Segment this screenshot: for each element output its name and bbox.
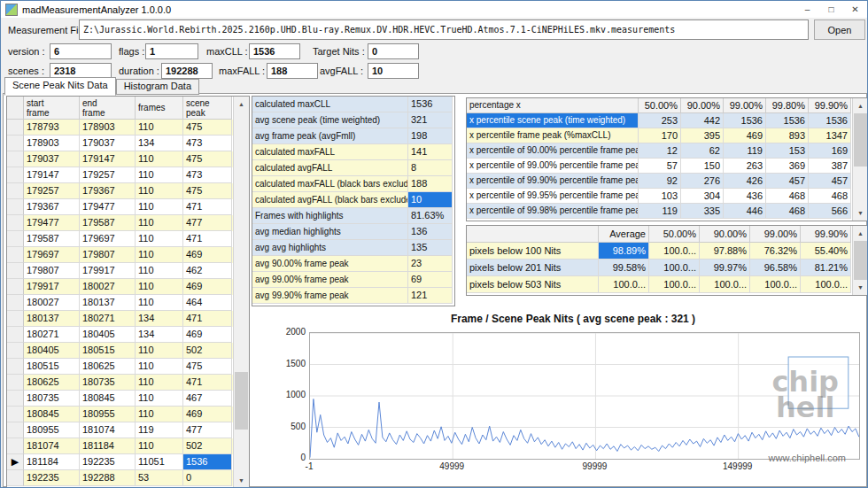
scene-table-row[interactable]: 180845180955110469 (7, 407, 249, 422)
scene-table-row[interactable]: 180955181074119477 (7, 422, 249, 438)
pixels-header-cell[interactable]: 50.00% (649, 226, 700, 243)
target-nits-field[interactable] (368, 43, 419, 59)
percentile-table-scrollbar[interactable]: ▲ ▼ (852, 98, 868, 221)
scene-scrollbar-thumb[interactable] (235, 372, 248, 430)
percentile-row[interactable]: x percentile of 99.00% percentile frame … (467, 159, 868, 174)
scene-table-row[interactable]: 179807179917110462 (7, 263, 249, 279)
scroll-down-icon[interactable]: ▼ (853, 205, 868, 221)
pixels-header-cell[interactable]: Average (599, 226, 649, 243)
percentile-header-cell[interactable]: 90.00% (681, 98, 724, 113)
stats-row[interactable]: avg 99.90% frame peak121 (252, 288, 454, 304)
scene-table-row[interactable]: 179037179147110475 (7, 151, 249, 167)
scene-table-row[interactable]: 180735180845110467 (7, 391, 249, 407)
percentile-scrollbar-thumb[interactable] (854, 113, 867, 167)
version-field[interactable] (50, 43, 112, 59)
maximize-button[interactable]: □ (819, 1, 843, 18)
measurement-file-input[interactable] (79, 19, 809, 40)
scene-cell: 110 (136, 391, 183, 407)
pixels-scrollbar-thumb[interactable] (854, 241, 867, 280)
percentile-header-cell[interactable]: 50.00% (639, 98, 681, 113)
percentile-row[interactable]: x percentile of 99.95% percentile frame … (467, 189, 868, 204)
tab-scene-peak-nits-data[interactable]: Scene Peak Nits Data (4, 77, 116, 96)
pixels-scrollbar-track[interactable] (853, 241, 868, 280)
stats-row[interactable]: avg 90.00% frame peak23 (252, 256, 454, 272)
pixels-header-cell[interactable] (467, 226, 599, 243)
scene-table-row[interactable]: 180515180625110475 (7, 359, 249, 375)
pixels-header-cell[interactable]: 99.00% (750, 226, 801, 243)
pixels-header-cell[interactable]: 90.00% (700, 226, 750, 243)
scene-table-row[interactable]: 178903179037134473 (7, 136, 249, 151)
scroll-down-icon[interactable]: ▼ (853, 280, 868, 295)
open-button[interactable]: Open (814, 19, 865, 40)
scene-table-row[interactable]: 179587179697110471 (7, 231, 249, 247)
percentile-row[interactable]: x percentile of 99.90% percentile frame … (467, 174, 868, 189)
percentile-header-cell[interactable]: 99.00% (724, 98, 766, 113)
scene-table-row[interactable]: 178793178903110475 (7, 120, 249, 136)
scene-table-row[interactable]: 181074181184110502 (7, 438, 249, 454)
scene-table-row[interactable]: 180405180515110502 (7, 343, 249, 359)
maxcll-field[interactable] (249, 43, 300, 59)
close-icon: ✕ (851, 4, 858, 14)
stats-row[interactable]: avg avg highlights135 (252, 240, 454, 256)
scene-table-row[interactable]: ▶181184192235110511536 (7, 454, 249, 470)
scene-header-cell[interactable]: frames (136, 97, 183, 120)
stats-value: 81.63% (408, 208, 453, 224)
percentile-value: 457 (809, 174, 851, 189)
scroll-down-icon[interactable]: ▼ (234, 473, 249, 488)
scene-cell: 180845 (80, 391, 136, 407)
scene-cell: 469 (183, 407, 232, 422)
scene-header-cell[interactable]: end frame (80, 97, 136, 120)
percentile-scrollbar-track[interactable] (853, 113, 868, 205)
scene-table-row[interactable]: 180137180271134471 (7, 311, 249, 327)
scene-table-row[interactable]: 179477179587110477 (7, 215, 249, 231)
flags-field[interactable] (145, 43, 198, 59)
scene-cell: 178903 (24, 136, 80, 151)
avgfall-field[interactable] (368, 63, 419, 79)
pixels-table-scrollbar[interactable]: ▲ ▼ (852, 226, 868, 295)
percentile-header-cell[interactable]: 99.80% (766, 98, 809, 113)
pixels-row[interactable]: pixels below 503 Nits100.0...100.0...100… (467, 276, 868, 293)
tab-histogram-data[interactable]: Histogram Data (116, 79, 199, 95)
minimize-button[interactable]: – (795, 1, 819, 18)
stats-row[interactable]: Frames with highlights81.63% (252, 208, 454, 224)
stats-row[interactable]: calculated maxCLL1536 (252, 97, 454, 112)
scroll-up-icon[interactable]: ▲ (853, 98, 868, 113)
scene-table-scrollbar[interactable]: ▲ ▼ (233, 97, 249, 488)
scene-table-row[interactable]: 180027180137110464 (7, 295, 249, 311)
stats-row[interactable]: avg frame peak (avgFmll)198 (252, 128, 454, 144)
stats-row[interactable]: calculated avgFALL (black bars excluded)… (252, 192, 454, 208)
percentile-row[interactable]: x percentile scene peak (time weighted)2… (467, 113, 868, 128)
scene-table-row[interactable]: 180271180405134469 (7, 327, 249, 343)
percentile-header-cell[interactable]: percentage x (467, 98, 639, 113)
scene-table-row[interactable]: 192235192288530 (7, 470, 249, 486)
stats-row[interactable]: calculated avgFALL8 (252, 160, 454, 176)
percentile-row[interactable]: x percentile of 99.98% percentile frame … (467, 204, 868, 219)
scroll-up-icon[interactable]: ▲ (234, 97, 249, 112)
percentile-row[interactable]: x percentile frame peak (%maxCLL)1703954… (467, 128, 868, 143)
stats-row[interactable]: calculated maxFALL (black bars excluded)… (252, 176, 454, 192)
scene-table-row[interactable]: 179697179807110469 (7, 247, 249, 263)
pixels-header-cell[interactable]: 99.90% (801, 226, 851, 243)
scene-table-row[interactable]: 179147179257110473 (7, 167, 249, 183)
stats-row[interactable]: avg median highlights136 (252, 224, 454, 240)
pixels-row[interactable]: pixels below 201 Nits99.58%100.0...99.97… (467, 259, 868, 276)
scene-scrollbar-track[interactable] (234, 112, 249, 473)
close-button[interactable]: ✕ (843, 1, 867, 18)
scene-cell: 179037 (24, 151, 80, 167)
scene-table-row[interactable]: 179257179367110475 (7, 183, 249, 199)
scene-header-cell[interactable]: start frame (24, 97, 80, 120)
scene-cell: 471 (183, 231, 232, 247)
maxfall-field[interactable] (267, 63, 318, 79)
stats-row[interactable]: avg scene peak (time weighted)321 (252, 112, 454, 128)
stats-value: 136 (408, 224, 453, 240)
scene-header-cell[interactable]: scene peak (183, 97, 232, 120)
scene-table-row[interactable]: 179367179477110471 (7, 199, 249, 215)
scroll-up-icon[interactable]: ▲ (853, 226, 868, 241)
percentile-row[interactable]: x percentile of 90.00% percentile frame … (467, 143, 868, 159)
stats-row[interactable]: calculated maxFALL141 (252, 144, 454, 160)
stats-row[interactable]: avg 99.00% frame peak69 (252, 272, 454, 288)
scene-table-row[interactable]: 179917180027110469 (7, 279, 249, 295)
percentile-header-cell[interactable]: 99.90% (809, 98, 851, 113)
pixels-row[interactable]: pixels below 100 Nits98.89%100.0...97.88… (467, 243, 868, 259)
scene-table-row[interactable]: 180625180735110471 (7, 375, 249, 391)
